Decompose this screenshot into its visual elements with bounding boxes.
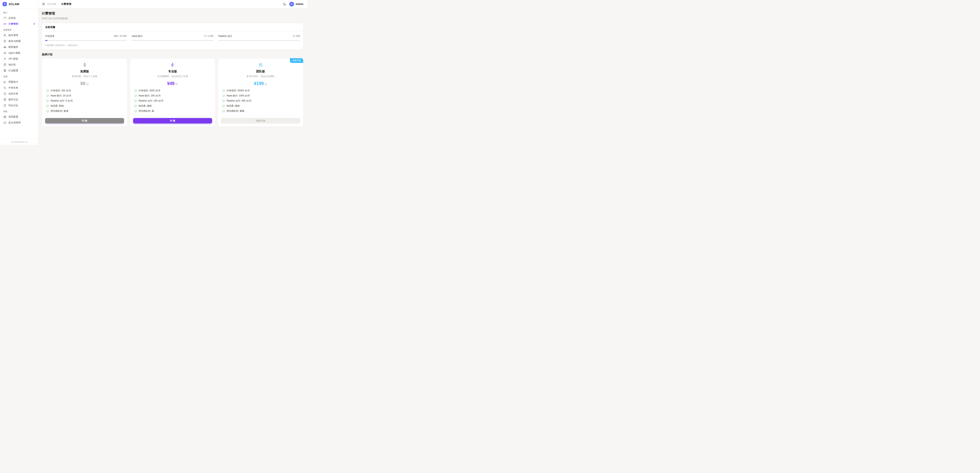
sidebar-item-models[interactable]: 模型服务 bbox=[2, 44, 36, 50]
check-circle-icon bbox=[46, 110, 49, 113]
nav-item-label: 模型服务 bbox=[8, 46, 18, 49]
sidebar-item-billing[interactable]: 计费管理 bbox=[2, 21, 36, 27]
plan-feature-item: Hand 执行: 1000 次/月 bbox=[222, 94, 299, 97]
nav-item-label: API 密钥 bbox=[8, 57, 18, 61]
sidebar-item-op-logs[interactable]: 操作日志 bbox=[2, 97, 36, 102]
chat-icon bbox=[3, 121, 6, 124]
nav-item-label: 账号管理 bbox=[8, 34, 18, 37]
sidebar-item-industry[interactable]: 行业配置 bbox=[2, 68, 36, 73]
sidebar-nav: 核心 仪表盘 计费管理 资源管理 账号管理 角色与权限 模型服务 Agent 模… bbox=[0, 8, 38, 139]
usage-metric: Pipeline 运行 0 / 500 bbox=[218, 35, 300, 41]
file-icon bbox=[3, 98, 6, 101]
chart-icon bbox=[3, 80, 6, 83]
sidebar-item-sync-logs[interactable]: 同步日志 bbox=[2, 102, 36, 108]
plan-feature-list: 中转请求: 2000 次/月 Hand 执行: 200 次/月 Pipeline… bbox=[133, 89, 212, 113]
nav-item-label: 中转任务 bbox=[8, 86, 18, 89]
sidebar-footer-version: ZCLAW Admin v2 bbox=[0, 139, 38, 145]
app-logo-letter: Z bbox=[4, 3, 5, 5]
nav-section-items: 仪表盘 计费管理 bbox=[2, 15, 36, 27]
check-circle-icon bbox=[222, 110, 225, 113]
plan-action-button[interactable]: 升 级 bbox=[133, 118, 212, 124]
current-usage-card: 当前用量 中转请求 568 / 20,000 Hand 执行 0 / 1,000… bbox=[42, 23, 304, 50]
sidebar-item-prompts[interactable]: 提示词管理 bbox=[2, 120, 36, 126]
nav-item-label: Agent 模板 bbox=[8, 51, 21, 55]
plan-grid: 免费版 基础功能，适合个人体验 ¥0 /月 中转请求: 100 次/月 Hand… bbox=[42, 58, 304, 127]
usage-metric-value: 568 / 20,000 bbox=[114, 35, 127, 37]
plan-feature-item: 知识库: 基础 bbox=[46, 104, 123, 108]
sidebar-collapse-button[interactable] bbox=[42, 2, 45, 6]
gear-icon bbox=[3, 115, 6, 118]
dark-mode-toggle[interactable] bbox=[283, 2, 286, 6]
check-circle-icon bbox=[46, 89, 49, 92]
sidebar-item-usage-stats[interactable]: 用量统计 bbox=[2, 79, 36, 85]
plan-description: 多席位协作，适合企业团队 bbox=[221, 75, 300, 78]
plan-feature-item: 优先级队列: 高 bbox=[134, 109, 211, 113]
app-brand[interactable]: Z ZCLAW bbox=[0, 0, 38, 8]
nav-section-label: 资源管理 bbox=[2, 27, 36, 32]
breadcrumb-root[interactable]: ZCLAW bbox=[47, 3, 56, 5]
nav-item-label: 定时任务 bbox=[8, 92, 18, 96]
page-title: 计费管理 bbox=[42, 11, 304, 16]
moon-icon bbox=[283, 2, 286, 6]
plan-feature-text: 中转请求: 20000 次/月 bbox=[227, 89, 250, 92]
plan-price: ¥0 bbox=[80, 81, 85, 86]
usage-metric-label: Pipeline 运行 bbox=[218, 35, 232, 38]
user-menu[interactable]: A Admin bbox=[289, 2, 304, 6]
check-circle-icon bbox=[134, 100, 137, 102]
plan-description: 全功能解锁，适合知识工作者 bbox=[133, 75, 212, 78]
main-area: ZCLAW / 计费管理 A Admin 计费管理 管理订阅计划和用量配额 当前… bbox=[38, 0, 307, 145]
plan-price: ¥49 bbox=[167, 81, 175, 86]
sidebar-item-api-keys[interactable]: API 密钥 bbox=[2, 56, 36, 62]
check-circle-icon bbox=[46, 94, 49, 97]
breadcrumb-current: 计费管理 bbox=[61, 2, 72, 6]
check-circle-icon bbox=[134, 89, 137, 92]
plan-feature-text: 知识库: 高级 bbox=[227, 104, 240, 108]
nav-section-items: 系统配置 提示词管理 bbox=[2, 114, 36, 126]
sidebar-item-agent-templates[interactable]: Agent 模板 bbox=[2, 50, 36, 56]
nav-section: 核心 仪表盘 计费管理 bbox=[2, 10, 36, 27]
nav-item-label: 角色与权限 bbox=[8, 40, 21, 43]
plan-feature-text: Pipeline 运行: 500 次/月 bbox=[227, 99, 251, 102]
team-icon bbox=[221, 62, 300, 67]
plans-section-title: 选择计划 bbox=[42, 53, 304, 56]
sidebar-item-roles[interactable]: 角色与权限 bbox=[2, 38, 36, 44]
nav-section-label: 核心 bbox=[2, 10, 36, 15]
plan-feature-text: Hand 执行: 1000 次/月 bbox=[227, 94, 250, 97]
app-title: ZCLAW bbox=[9, 2, 19, 6]
gauge-icon bbox=[3, 16, 6, 20]
crown-icon bbox=[3, 22, 6, 25]
sidebar-item-accounts[interactable]: 账号管理 bbox=[2, 32, 36, 38]
subscription-period: 订阅周期: 2026/4/14 — 2026/5/14 bbox=[45, 44, 300, 47]
plan-feature-text: 知识库: 高级 bbox=[138, 104, 152, 108]
check-circle-icon bbox=[134, 94, 137, 97]
collapse-sidebar-icon bbox=[42, 2, 45, 6]
plan-feature-item: Hand 执行: 20 次/月 bbox=[46, 94, 123, 97]
plan-feature-text: Hand 执行: 20 次/月 bbox=[51, 94, 72, 97]
plan-feature-item: 中转请求: 100 次/月 bbox=[46, 89, 123, 92]
plan-description: 基础功能，适合个人体验 bbox=[45, 75, 124, 78]
page-subtitle: 管理订阅计划和用量配额 bbox=[42, 17, 304, 20]
nav-item-label: 提示词管理 bbox=[8, 121, 21, 124]
plan-feature-text: 优先级队列: 高 bbox=[138, 109, 154, 113]
plan-feature-item: 中转请求: 20000 次/月 bbox=[222, 89, 299, 92]
nav-item-label: 用量统计 bbox=[8, 80, 18, 84]
sidebar-item-dashboard[interactable]: 仪表盘 bbox=[2, 15, 36, 21]
usage-metric-value: 0 / 500 bbox=[293, 35, 300, 37]
plan-feature-item: 知识库: 高级 bbox=[134, 104, 211, 108]
plan-action-button[interactable]: 升 级 bbox=[45, 118, 124, 124]
rocket-icon bbox=[45, 62, 124, 67]
sidebar-item-knowledge[interactable]: 知识库 bbox=[2, 62, 36, 68]
plan-feature-list: 中转请求: 100 次/月 Hand 执行: 20 次/月 Pipeline 运… bbox=[45, 89, 124, 113]
sidebar-item-system-config[interactable]: 系统配置 bbox=[2, 114, 36, 120]
nav-section-label: 运维 bbox=[2, 73, 36, 79]
nav-item-label: 系统配置 bbox=[8, 115, 18, 119]
sidebar-item-relay-tasks[interactable]: 中转任务 bbox=[2, 85, 36, 91]
users-icon bbox=[3, 34, 6, 37]
plan-name: 免费版 bbox=[45, 70, 124, 73]
clock-icon bbox=[3, 92, 6, 95]
usage-metric: Hand 执行 0 / 1,000 bbox=[132, 35, 213, 41]
nav-section: 运维 用量统计 中转任务 定时任务 操作日志 同步日志 bbox=[2, 73, 36, 108]
book-icon bbox=[3, 63, 6, 66]
sidebar-item-cron-tasks[interactable]: 定时任务 bbox=[2, 91, 36, 97]
check-circle-icon bbox=[134, 110, 137, 113]
